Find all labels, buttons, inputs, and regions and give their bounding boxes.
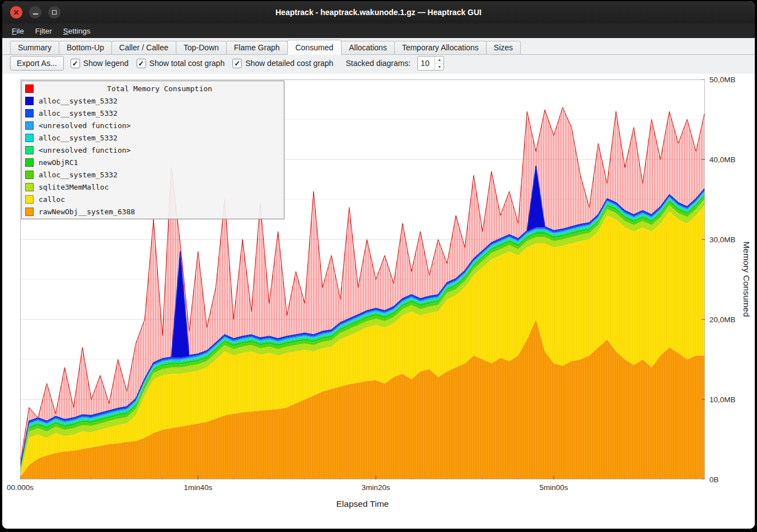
legend-swatch (25, 121, 34, 130)
legend-item: <unresolved function> (22, 119, 284, 131)
legend-label: <unresolved function> (39, 146, 130, 154)
y-tick-label: 30,0MB (709, 236, 736, 244)
y-tick-label: 10,0MB (709, 396, 736, 404)
chart-legend: Total Memory Consumption alloc__system_5… (21, 81, 284, 219)
x-tick-label: 00.000s (7, 483, 34, 492)
stacked-diagrams-label: Stacked diagrams: (345, 59, 410, 68)
x-tick-label: 5min00s (539, 483, 568, 492)
checkbox-box[interactable]: ✓ (137, 59, 146, 68)
x-axis-title: Elapsed Time (20, 499, 705, 509)
spin-up-icon[interactable]: ▲ (435, 57, 443, 64)
tab-sizes[interactable]: Sizes (486, 41, 521, 54)
legend-item: alloc__system_5332 (22, 168, 284, 181)
tab-top-down[interactable]: Top-Down (176, 41, 227, 54)
minimize-icon (33, 13, 38, 15)
legend-label: alloc__system_5332 (39, 171, 118, 179)
close-icon: ✕ (13, 9, 20, 16)
legend-label: alloc__system_5332 (39, 97, 118, 105)
checkbox-show-detailed-cost-graph[interactable]: ✓Show detailed cost graph (232, 59, 333, 68)
tab-bottom-up[interactable]: Bottom-Up (59, 41, 112, 54)
tab-consumed[interactable]: Consumed (287, 40, 342, 55)
legend-item: sqlite3MemMalloc (22, 181, 284, 193)
legend-swatch (25, 97, 34, 105)
legend-swatch (25, 171, 34, 179)
legend-title-swatch (25, 84, 34, 93)
export-as-button[interactable]: Export As... (10, 56, 64, 70)
toolbar: Export As... ✓Show legend✓Show total cos… (2, 55, 755, 74)
window-title: Heaptrack - heaptrack.wakunode.1.gz — He… (2, 8, 755, 17)
legend-title: Total Memory Consumption (39, 84, 281, 93)
stacked-diagrams-value[interactable]: 10 (418, 57, 434, 70)
legend-label: rawNewObj__system_6388 (39, 208, 135, 216)
minimize-button[interactable] (29, 6, 41, 18)
legend-swatch (25, 158, 34, 167)
legend-items: alloc__system_5332alloc__system_5332<unr… (22, 95, 284, 218)
tab-summary[interactable]: Summary (10, 41, 59, 54)
y-tick-label: 20,0MB (709, 316, 736, 324)
chart-canvas: Total Memory Consumption alloc__system_5… (2, 74, 755, 529)
legend-label: <unresolved function> (39, 121, 130, 130)
toolbar-checkboxes: ✓Show legend✓Show total cost graph✓Show … (71, 59, 334, 68)
legend-label: alloc__system_5332 (39, 109, 118, 117)
legend-swatch (25, 109, 34, 117)
y-tick-label: 50,0MB (709, 76, 736, 84)
legend-swatch (25, 183, 34, 191)
checkbox-label[interactable]: Show legend (83, 59, 129, 68)
tab-caller-callee[interactable]: Caller / Callee (111, 41, 176, 54)
legend-label: calloc (39, 195, 65, 204)
x-tick-label: 1min40s (184, 483, 212, 492)
legend-label: sqlite3MemMalloc (39, 183, 109, 191)
x-tick-label: 3min20s (362, 483, 390, 492)
menu-settings[interactable]: Settings (58, 25, 96, 37)
maximize-icon (52, 10, 57, 15)
legend-swatch (25, 146, 34, 154)
close-button[interactable]: ✕ (10, 6, 22, 18)
legend-swatch (25, 195, 34, 204)
checkbox-show-total-cost-graph[interactable]: ✓Show total cost graph (137, 59, 225, 68)
tabbar: SummaryBottom-UpCaller / CalleeTop-DownF… (2, 38, 755, 55)
legend-item: newObjRC1 (22, 156, 284, 168)
tab-allocations[interactable]: Allocations (341, 41, 395, 54)
legend-item: alloc__system_5332 (22, 131, 284, 144)
y-axis-title: Memory Consumed (741, 241, 751, 317)
spin-buttons: ▲ ▼ (434, 57, 443, 70)
menu-filter[interactable]: Filter (30, 25, 57, 37)
tab-temporary-allocations[interactable]: Temporary Allocations (394, 41, 487, 54)
checkbox-label[interactable]: Show total cost graph (149, 59, 225, 68)
legend-label: newObjRC1 (39, 158, 78, 167)
y-tick-label: 0B (709, 475, 719, 484)
legend-swatch (25, 134, 34, 142)
legend-item: calloc (22, 193, 284, 205)
window-controls: ✕ (10, 6, 60, 18)
y-tick-label: 40,0MB (709, 156, 736, 164)
menubar: FileFilterSettings (2, 23, 755, 38)
checkbox-box[interactable]: ✓ (232, 59, 242, 68)
legend-label: alloc__system_5332 (39, 134, 118, 142)
legend-item: alloc__system_5332 (22, 107, 284, 119)
checkbox-box[interactable]: ✓ (71, 59, 80, 68)
maximize-button[interactable] (48, 6, 60, 18)
tab-flame-graph[interactable]: Flame Graph (226, 41, 288, 54)
legend-item: alloc__system_5332 (22, 95, 284, 107)
checkbox-label[interactable]: Show detailed cost graph (245, 59, 333, 68)
menu-file[interactable]: File (7, 25, 29, 37)
stacked-diagrams-spinbox[interactable]: 10 ▲ ▼ (417, 56, 444, 70)
spin-down-icon[interactable]: ▼ (435, 64, 443, 70)
checkbox-show-legend[interactable]: ✓Show legend (71, 59, 129, 68)
legend-item: <unresolved function> (22, 144, 284, 156)
legend-item: rawNewObj__system_6388 (22, 205, 284, 218)
legend-title-row: Total Memory Consumption (22, 82, 284, 95)
titlebar[interactable]: ✕ Heaptrack - heaptrack.wakunode.1.gz — … (2, 1, 755, 23)
app-window: ✕ Heaptrack - heaptrack.wakunode.1.gz — … (2, 1, 755, 529)
legend-swatch (25, 208, 34, 216)
